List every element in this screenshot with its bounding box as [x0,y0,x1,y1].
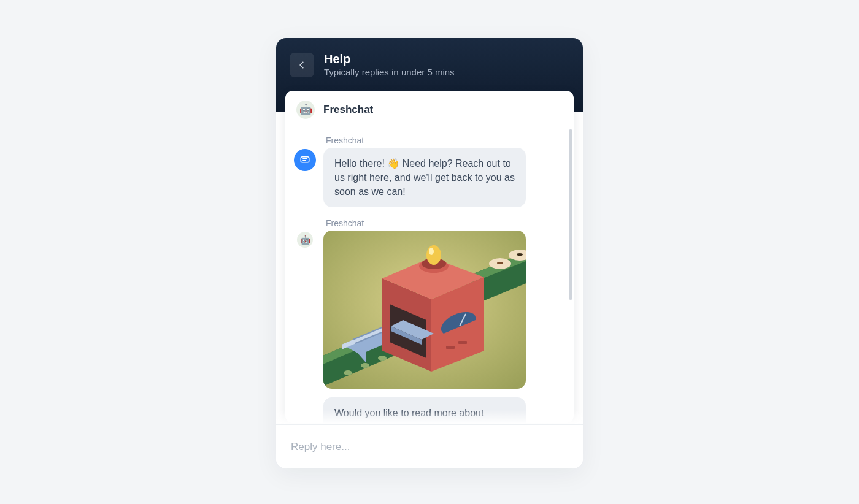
svg-rect-27 [446,346,455,349]
chat-widget: Help Typically replies in under 5 mins 🤖… [276,38,583,468]
chevron-left-icon [298,61,306,69]
message-sender: Freshchat [326,136,559,145]
svg-point-32 [429,248,434,255]
svg-point-31 [426,245,441,265]
message-side-icon: 🤖 [294,218,316,248]
svg-rect-28 [458,341,467,344]
svg-point-12 [344,370,352,375]
message-bubble: Would you like to read more about [323,397,526,423]
message-bubble: Hello there! 👋 Need help? Reach out to u… [323,148,526,208]
header-texts: Help Typically replies in under 5 mins [324,52,455,78]
reply-bar [276,424,583,468]
svg-point-14 [378,356,387,361]
svg-point-9 [517,253,523,256]
header-title: Help [324,52,455,67]
message-column: Freshchat Hello there! 👋 Need help? Reac… [323,136,559,208]
message-block: 🤖 Freshchat [294,218,565,423]
bot-avatar-icon: 🤖 [297,232,313,248]
agent-header: 🤖 Freshchat [285,91,574,129]
agent-name: Freshchat [323,104,373,116]
chat-bubble-icon [294,149,316,171]
scrollbar-thumb[interactable] [569,129,572,300]
message-block: Freshchat Hello there! 👋 Need help? Reac… [294,136,565,208]
agent-card: 🤖 Freshchat [285,91,574,423]
header-subtitle: Typically replies in under 5 mins [324,67,455,78]
agent-avatar-icon: 🤖 [296,101,315,119]
message-sender: Freshchat [326,218,559,228]
svg-point-7 [497,262,503,264]
message-image [323,231,526,389]
svg-rect-0 [301,157,309,162]
message-list[interactable]: Freshchat Hello there! 👋 Need help? Reac… [285,129,574,423]
message-side-icon [294,136,316,171]
widget-body: 🤖 Freshchat [276,112,583,468]
reply-input[interactable] [290,440,569,454]
back-button[interactable] [290,53,314,77]
svg-point-13 [361,363,369,368]
message-column: Freshchat [323,218,559,423]
